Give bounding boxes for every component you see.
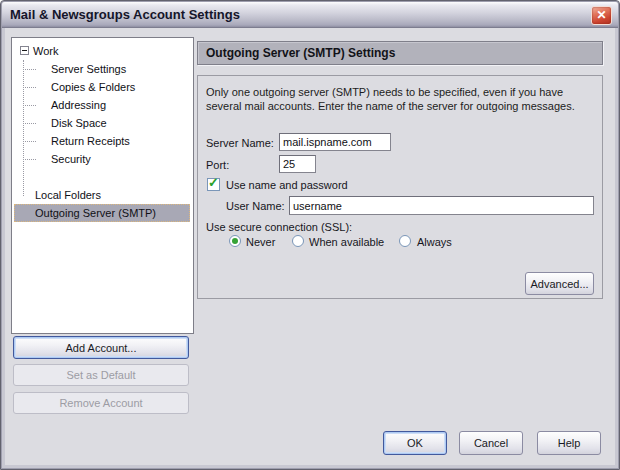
- ssl-radio-when-available-label[interactable]: When available: [309, 236, 384, 248]
- account-settings-dialog: Mail & Newsgroups Account Settings ✕ Wor…: [0, 0, 620, 470]
- use-name-password-checkbox[interactable]: ✓: [207, 178, 220, 191]
- checkmark-icon: ✓: [208, 176, 219, 189]
- account-tree: Work Server Settings Copies & Folders Ad…: [11, 37, 194, 334]
- tree-item-label: Copies & Folders: [51, 78, 135, 96]
- ssl-radio-always-label[interactable]: Always: [417, 236, 452, 248]
- tree-item-copies-folders[interactable]: Copies & Folders: [13, 78, 192, 96]
- titlebar[interactable]: Mail & Newsgroups Account Settings ✕: [2, 2, 618, 28]
- panel-title: Outgoing Server (SMTP) Settings: [197, 41, 603, 65]
- tree-item-local-folders[interactable]: Local Folders: [13, 186, 192, 204]
- collapse-expander-icon[interactable]: [20, 46, 29, 55]
- tree-item-work[interactable]: Work: [13, 42, 192, 60]
- ssl-radio-when-available[interactable]: [292, 235, 304, 247]
- tree-item-label: Return Receipts: [51, 132, 130, 150]
- ssl-radio-never-label[interactable]: Never: [246, 236, 275, 248]
- ssl-label: Use secure connection (SSL):: [206, 221, 352, 233]
- close-button[interactable]: ✕: [591, 6, 612, 25]
- set-as-default-button[interactable]: Set as Default: [13, 364, 189, 386]
- tree-item-server-settings[interactable]: Server Settings: [13, 60, 192, 78]
- user-name-label: User Name:: [226, 200, 285, 212]
- smtp-description: Only one outgoing server (SMTP) needs to…: [206, 85, 599, 113]
- ssl-radio-never[interactable]: [229, 235, 241, 247]
- tree-item-addressing[interactable]: Addressing: [13, 96, 192, 114]
- smtp-settings-group: Only one outgoing server (SMTP) needs to…: [197, 75, 603, 299]
- window-title: Mail & Newsgroups Account Settings: [10, 2, 240, 27]
- server-name-input[interactable]: [279, 133, 391, 151]
- tree-connector-stub: [25, 141, 36, 142]
- tree-item-return-receipts[interactable]: Return Receipts: [13, 132, 192, 150]
- ok-button[interactable]: OK: [383, 431, 447, 455]
- advanced-button[interactable]: Advanced...: [525, 272, 594, 295]
- port-label: Port:: [206, 159, 229, 171]
- tree-item-label: Addressing: [51, 96, 106, 114]
- tree-connector-stub: [25, 87, 36, 88]
- user-name-input[interactable]: [289, 196, 594, 215]
- tree-item-label: Disk Space: [51, 114, 107, 132]
- remove-account-button[interactable]: Remove Account: [13, 392, 189, 414]
- tree-item-outgoing-server-smtp[interactable]: Outgoing Server (SMTP): [13, 204, 192, 222]
- tree-item-security[interactable]: Security: [13, 150, 192, 168]
- tree-item-label: Outgoing Server (SMTP): [35, 204, 156, 222]
- tree-connector-stub: [25, 105, 36, 106]
- ssl-radio-always[interactable]: [399, 235, 411, 247]
- tree-connector-stub: [25, 69, 36, 70]
- close-icon: ✕: [596, 8, 606, 22]
- add-account-button[interactable]: Add Account...: [13, 336, 189, 359]
- port-input[interactable]: [279, 155, 316, 173]
- help-button[interactable]: Help: [537, 431, 601, 455]
- tree-item-label: Server Settings: [51, 60, 126, 78]
- server-name-label: Server Name:: [206, 137, 274, 149]
- use-name-password-label[interactable]: Use name and password: [226, 179, 348, 191]
- tree-item-label: Work: [33, 42, 58, 60]
- radio-dot: [232, 238, 238, 244]
- tree-connector-stub: [25, 123, 36, 124]
- cancel-button[interactable]: Cancel: [459, 431, 523, 455]
- tree-item-disk-space[interactable]: Disk Space: [13, 114, 192, 132]
- tree-connector-stub: [25, 159, 36, 160]
- tree-item-label: Local Folders: [35, 186, 101, 204]
- tree-item-label: Security: [51, 150, 91, 168]
